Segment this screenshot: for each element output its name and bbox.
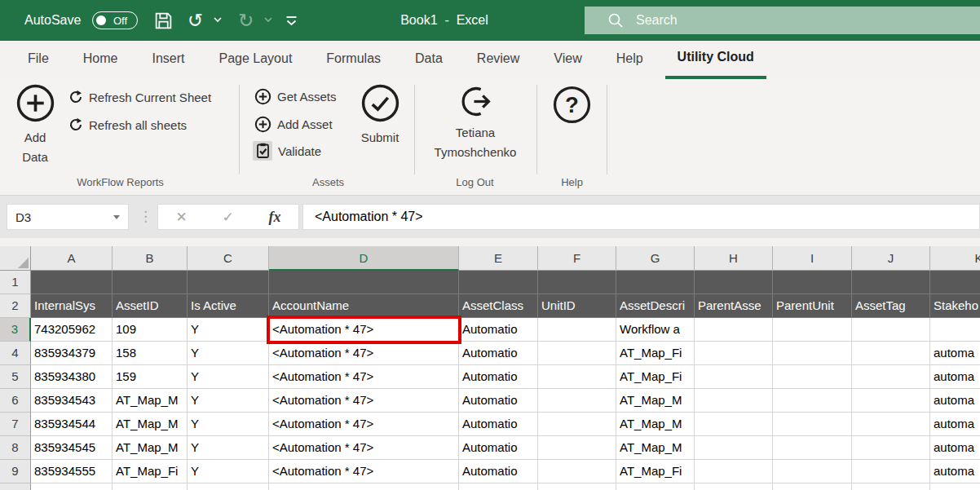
- cell-I7[interactable]: [773, 413, 852, 436]
- help-button[interactable]: ?: [552, 85, 592, 125]
- column-header-H[interactable]: H: [695, 246, 773, 271]
- cell-D5[interactable]: <Automation * 47>: [269, 365, 459, 389]
- row-header-6[interactable]: 6: [0, 389, 31, 413]
- cell-G2[interactable]: AssetDescri: [616, 294, 695, 318]
- cell-J7[interactable]: [852, 413, 930, 436]
- cell-F6[interactable]: [538, 389, 616, 413]
- cell-G5[interactable]: AT_Map_Fi: [616, 365, 695, 389]
- cell-H8[interactable]: [695, 436, 773, 460]
- row-header-4[interactable]: 4: [0, 342, 31, 365]
- cell-H3[interactable]: [695, 318, 773, 342]
- cell-H9[interactable]: [695, 460, 773, 483]
- add-data-button[interactable]: Add Data: [11, 83, 59, 167]
- cell-D1[interactable]: [269, 271, 459, 294]
- cell-J3[interactable]: [852, 318, 930, 342]
- cell-I5[interactable]: [773, 365, 852, 389]
- tab-insert[interactable]: Insert: [139, 41, 196, 79]
- cell-B5[interactable]: 159: [113, 365, 188, 389]
- cell-F3[interactable]: [538, 318, 616, 342]
- cell-I6[interactable]: [773, 389, 852, 413]
- column-header-F[interactable]: F: [538, 246, 616, 271]
- cell-F9[interactable]: [538, 460, 616, 483]
- refresh-all-sheets-button[interactable]: Refresh all sheets: [68, 115, 187, 135]
- cell-K1[interactable]: [930, 271, 980, 294]
- cell-H7[interactable]: [695, 413, 773, 436]
- cell-A2[interactable]: InternalSys: [31, 294, 113, 318]
- row-header-9[interactable]: 9: [0, 460, 31, 483]
- cancel-icon[interactable]: ✕: [175, 209, 187, 226]
- cell-G3[interactable]: Workflow a: [616, 318, 695, 342]
- cell-B6[interactable]: AT_Map_M: [113, 389, 188, 413]
- cell-B4[interactable]: 158: [113, 342, 188, 365]
- cell-J10[interactable]: [852, 483, 930, 490]
- cell-B7[interactable]: AT_Map_M: [113, 413, 188, 436]
- cell-F2[interactable]: UnitID: [538, 294, 616, 318]
- cell-G6[interactable]: AT_Map_M: [616, 389, 695, 413]
- cell-E8[interactable]: Automatio: [459, 436, 538, 460]
- cell-B1[interactable]: [113, 271, 188, 294]
- row-header-3[interactable]: 3: [0, 318, 31, 342]
- cell-K4[interactable]: automa: [930, 342, 980, 365]
- cell-F1[interactable]: [538, 271, 616, 294]
- column-header-K[interactable]: K: [930, 246, 980, 271]
- cell-K8[interactable]: automa: [930, 436, 980, 460]
- cell-E6[interactable]: Automatio: [459, 389, 538, 413]
- cell-A7[interactable]: 835934544: [31, 413, 113, 436]
- cell-I8[interactable]: [773, 436, 852, 460]
- select-all-corner[interactable]: [0, 246, 31, 271]
- search-input[interactable]: [634, 12, 947, 29]
- cell-D9[interactable]: <Automation * 47>: [269, 460, 459, 483]
- cell-J5[interactable]: [852, 365, 930, 389]
- cell-J9[interactable]: [852, 460, 930, 483]
- cell-G8[interactable]: AT_Map_M: [616, 436, 695, 460]
- column-header-D[interactable]: D: [269, 246, 459, 271]
- refresh-current-sheet-button[interactable]: Refresh Current Sheet: [68, 87, 211, 107]
- column-header-I[interactable]: I: [773, 246, 852, 271]
- cell-A1[interactable]: [31, 271, 113, 294]
- cell-E4[interactable]: Automatio: [459, 342, 538, 365]
- cell-E7[interactable]: Automatio: [459, 413, 538, 436]
- row-header-5[interactable]: 5: [0, 365, 31, 389]
- cell-H1[interactable]: [695, 271, 773, 294]
- cell-B2[interactable]: AssetID: [113, 294, 188, 318]
- row-header-8[interactable]: 8: [0, 436, 31, 460]
- cell-F10[interactable]: [538, 483, 616, 490]
- cell-A9[interactable]: 835934555: [31, 460, 113, 483]
- cell-G1[interactable]: [616, 271, 695, 294]
- insert-function-icon[interactable]: fx: [269, 209, 281, 226]
- cell-B8[interactable]: AT_Map_M: [113, 436, 188, 460]
- cell-A6[interactable]: 835934543: [31, 389, 113, 413]
- cell-K7[interactable]: automa: [930, 413, 980, 436]
- cell-D7[interactable]: <Automation * 47>: [269, 413, 459, 436]
- cell-J1[interactable]: [852, 271, 930, 294]
- cell-C8[interactable]: Y: [188, 436, 269, 460]
- tab-formulas[interactable]: Formulas: [314, 41, 393, 79]
- cell-C4[interactable]: Y: [188, 342, 269, 365]
- cell-B9[interactable]: AT_Map_Fi: [113, 460, 188, 483]
- cell-J6[interactable]: [852, 389, 930, 413]
- cell-B10[interactable]: [113, 483, 188, 490]
- cell-G10[interactable]: [616, 483, 695, 490]
- cell-J4[interactable]: [852, 342, 930, 365]
- cell-I9[interactable]: [773, 460, 852, 483]
- enter-icon[interactable]: ✓: [222, 209, 233, 226]
- cell-C3[interactable]: Y: [188, 318, 269, 342]
- tab-help[interactable]: Help: [604, 41, 656, 79]
- tab-view[interactable]: View: [541, 41, 594, 79]
- cell-D6[interactable]: <Automation * 47>: [269, 389, 459, 413]
- cell-A5[interactable]: 835934380: [31, 365, 113, 389]
- cell-D10[interactable]: [269, 483, 459, 490]
- cell-G7[interactable]: AT_Map_M: [616, 413, 695, 436]
- cell-E1[interactable]: [459, 271, 538, 294]
- cell-F8[interactable]: [538, 436, 616, 460]
- cell-G9[interactable]: AT_Map_Fi: [616, 460, 695, 483]
- cell-D3[interactable]: <Automation * 47>: [269, 318, 459, 342]
- cell-D2[interactable]: AccountName: [269, 294, 459, 318]
- column-header-C[interactable]: C: [188, 246, 269, 271]
- cell-I10[interactable]: [773, 483, 852, 490]
- cell-B3[interactable]: 109: [113, 318, 188, 342]
- column-header-A[interactable]: A: [31, 246, 113, 271]
- cell-H4[interactable]: [695, 342, 773, 365]
- cell-I4[interactable]: [773, 342, 852, 365]
- validate-button[interactable]: Validate: [253, 141, 321, 161]
